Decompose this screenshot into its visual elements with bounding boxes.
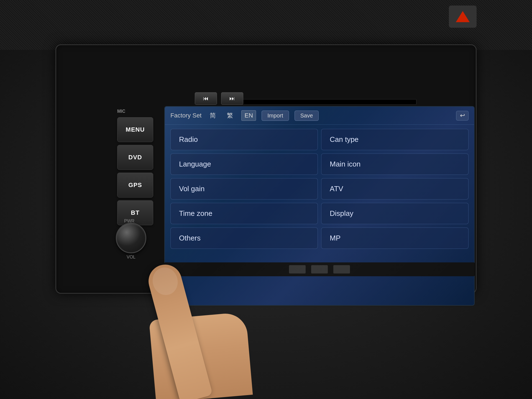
back-button[interactable]: ↩	[456, 111, 469, 121]
screen-header: Factory Set 简 繁 EN Import Save ↩	[165, 107, 474, 125]
time-zone-menu-item[interactable]: Time zone	[170, 203, 318, 224]
mp-menu-item[interactable]: MP	[321, 227, 469, 249]
next-track-button[interactable]: ⏭	[221, 92, 243, 105]
vol-label: VOL	[127, 255, 135, 260]
lang-traditional-button[interactable]: 繁	[224, 110, 236, 121]
bottom-btn-3[interactable]	[333, 265, 350, 273]
lang-simplified-button[interactable]: 简	[207, 110, 219, 121]
can-type-menu-item[interactable]: Can type	[321, 129, 469, 150]
bottom-control-strip	[164, 262, 475, 276]
gps-button[interactable]: GPS	[117, 173, 153, 198]
atv-menu-item[interactable]: ATV	[321, 178, 469, 200]
settings-menu-grid: Radio Can type Language Main icon Vol ga…	[165, 125, 474, 253]
head-unit-bezel: MIC ⏮ ⏭ MENU DVD GPS BT Factory Set 简 繁 …	[55, 44, 477, 294]
vol-gain-menu-item[interactable]: Vol gain	[170, 178, 318, 200]
menu-button[interactable]: MENU	[117, 117, 153, 142]
bt-button[interactable]: BT	[117, 200, 153, 225]
bottom-btn-2[interactable]	[311, 265, 328, 273]
bottom-btn-1[interactable]	[289, 265, 306, 273]
dvd-button[interactable]: DVD	[117, 145, 153, 170]
import-button[interactable]: Import	[262, 111, 289, 121]
factory-set-label: Factory Set	[170, 112, 201, 119]
volume-knob[interactable]	[116, 223, 146, 253]
others-menu-item[interactable]: Others	[170, 227, 318, 249]
cd-slot	[222, 99, 416, 105]
save-button[interactable]: Save	[295, 111, 319, 121]
mic-label: MIC	[117, 109, 125, 114]
volume-knob-area: VOL	[116, 223, 146, 260]
main-icon-menu-item[interactable]: Main icon	[321, 154, 469, 175]
lang-english-button[interactable]: EN	[241, 110, 256, 121]
transport-controls: ⏮ ⏭	[195, 92, 243, 105]
language-menu-item[interactable]: Language	[170, 154, 318, 175]
hazard-button-area[interactable]	[449, 6, 477, 28]
radio-menu-item[interactable]: Radio	[170, 129, 318, 150]
display-menu-item[interactable]: Display	[321, 203, 469, 224]
prev-track-button[interactable]: ⏮	[195, 92, 217, 105]
back-icon: ↩	[460, 112, 465, 119]
hazard-triangle-icon	[456, 11, 470, 22]
